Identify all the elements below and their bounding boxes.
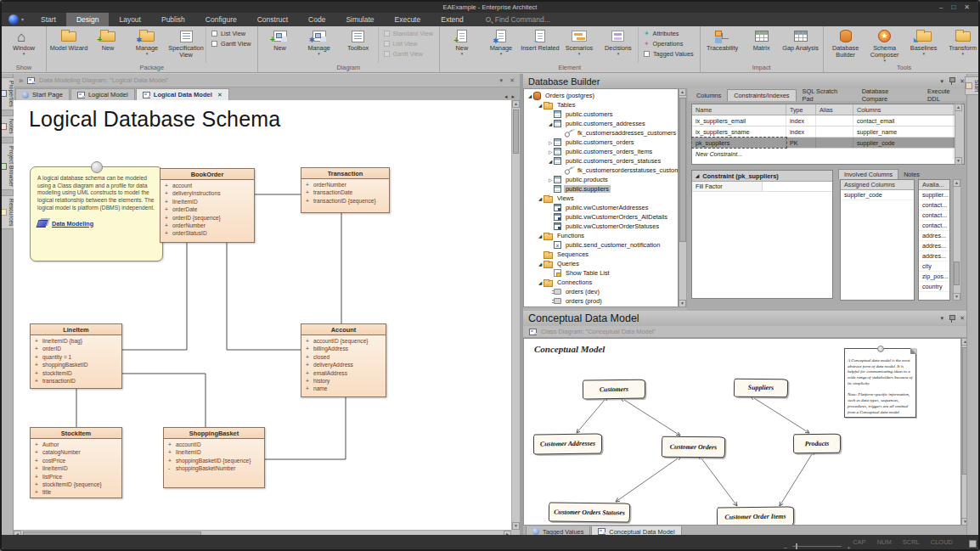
ribbon-button-transform[interactable]: Transform▾	[943, 27, 980, 63]
expanded-icon[interactable]: ◢	[527, 93, 533, 98]
tree-item-queries[interactable]: ◢Queries	[524, 259, 678, 268]
minimize-button[interactable]	[939, 3, 943, 11]
collapsed-icon[interactable]: ▷	[547, 177, 554, 183]
doc-tab-start-page[interactable]: Start Page	[15, 88, 70, 100]
available-item[interactable]: contact...	[919, 200, 949, 211]
collapsed-icon[interactable]: ▷	[547, 149, 554, 155]
panel-menu-arrow-icon[interactable]: ▾	[941, 315, 944, 322]
grid-scrollbar[interactable]	[955, 104, 964, 164]
property-row-fill-factor[interactable]: Fill Factor	[692, 182, 832, 192]
expanded-icon[interactable]: ◢	[537, 261, 544, 267]
ribbon-button-model-wizard[interactable]: Model Wizard	[49, 27, 88, 63]
zoom-out-button[interactable]	[784, 538, 788, 551]
assigned-item[interactable]: supplier_code	[841, 190, 914, 200]
caption-menu-arrow-icon[interactable]: ▾	[500, 77, 504, 84]
ribbon-tab-publish[interactable]: Publish	[151, 13, 195, 26]
collapsed-icon[interactable]: ▷	[547, 140, 554, 145]
class-account[interactable]: Account+accountID {sequence}+billingAddr…	[301, 323, 386, 397]
find-command[interactable]: Find Command...	[486, 13, 550, 26]
constraint-properties-header[interactable]: ◢ Constraint (pk_suppliers)	[692, 171, 832, 182]
ribbon-tab-construct[interactable]: Construct	[247, 13, 298, 26]
class-shoppingbasket[interactable]: ShoppingBasket+accountID+lineItemID+shop…	[163, 427, 265, 488]
entity-customer-order-items[interactable]: Customer Order Items	[717, 506, 794, 526]
grid-header-alias[interactable]: Alias	[816, 104, 853, 115]
ribbon-button-scenarios[interactable]: Scenarios▾	[560, 27, 599, 63]
ribbon-button-new[interactable]: New	[88, 27, 127, 63]
grid-header-name[interactable]: Name	[692, 104, 786, 115]
class-bookorder[interactable]: BookOrder+account+deliveryInstructions+l…	[160, 168, 255, 243]
tree-item-public-send-customer-notification[interactable]: public.send_customer_notification	[524, 240, 678, 250]
grid-row-ix-suppliers-sname[interactable]: ix_suppliers_snameindexsupplier_name	[692, 127, 964, 138]
grid-header-columns[interactable]: Columns	[853, 104, 954, 115]
entity-customers[interactable]: Customers	[583, 380, 645, 400]
ribbon-button-matrix[interactable]: Matrix	[742, 27, 781, 63]
avail-scroll-down-icon[interactable]	[953, 293, 960, 301]
tree-item-public-vwcustomerorderstatuses[interactable]: public.vwCustomerOrderStatuses	[524, 222, 678, 231]
tree-item-orders-dev[interactable]: orders (dev)	[524, 287, 678, 296]
available-item[interactable]: supplier...	[919, 190, 949, 200]
tree-scrollbar[interactable]	[679, 88, 687, 307]
ribbon-check-operations[interactable]: ✦Operations	[644, 40, 694, 48]
tree-scroll-thumb[interactable]	[679, 98, 686, 242]
db-tab-constraints-indexes[interactable]: Constraints/Indexes	[727, 89, 796, 101]
panel-menu-arrow-icon[interactable]: ▾	[941, 78, 944, 85]
available-scrollbar[interactable]	[953, 179, 961, 301]
ribbon-tab-extend[interactable]: Extend	[431, 13, 473, 26]
ribbon-button-toolbox[interactable]: Toolbox	[339, 27, 378, 63]
ribbon-button-insert-related[interactable]: Insert Related	[521, 27, 560, 63]
tree-item-public-vwcustomerorders-alldetails[interactable]: public.vwCustomerOrders_AllDetails	[524, 212, 678, 222]
zoom-slider[interactable]	[792, 546, 842, 547]
tree-item-public-suppliers[interactable]: public.suppliers	[524, 184, 678, 194]
tree-item-tables[interactable]: ◢Tables	[524, 100, 678, 110]
db-tab-columns[interactable]: Columns	[690, 89, 727, 101]
expanded-icon[interactable]: ◢	[547, 121, 554, 127]
class-lineitem[interactable]: LineItem+lineItemID {bag}+orderID+quanti…	[30, 323, 122, 389]
overflow-chevron-icon[interactable]: »	[19, 76, 23, 85]
tree-scroll-down-icon[interactable]	[679, 300, 686, 307]
tab-start-vertical[interactable]: Start	[965, 76, 980, 95]
ribbon-button-traceability[interactable]: Traceability	[703, 27, 742, 63]
expanded-icon[interactable]: ◢	[537, 233, 544, 239]
ribbon-button-gap-analysis[interactable]: Gap Analysis	[781, 27, 820, 63]
tree-item-views[interactable]: ◢Views	[524, 194, 678, 203]
ribbon-tab-start[interactable]: Start	[31, 13, 66, 26]
doc-tab-logical-model[interactable]: Logical Model	[70, 88, 135, 100]
tree-item-functions[interactable]: ◢Functions	[524, 231, 678, 240]
entity-customer-addresses[interactable]: Customer Addresses	[533, 434, 602, 455]
class-stockitem[interactable]: StockItem+Author+catalogNumber+costPrice…	[30, 427, 122, 498]
expanded-icon[interactable]: ◢	[537, 280, 544, 285]
ribbon-button-manage[interactable]: Manage▾	[482, 27, 521, 63]
available-item[interactable]: addres...	[919, 231, 949, 241]
tree-item-public-products[interactable]: ▷public.products	[524, 175, 678, 184]
ribbon-button-baselines[interactable]: Baselines▾	[904, 27, 943, 63]
involved-tab-involved-columns[interactable]: Involved Columns	[838, 169, 898, 179]
grid-row-pk-suppliers[interactable]: pk_suppliersPKsupplier_code	[692, 138, 964, 149]
tree-item-public-vwcustomeraddresses[interactable]: public.vwCustomerAddresses	[524, 203, 678, 212]
ribbon-check-attributes[interactable]: ✦Attributes	[644, 30, 694, 37]
tree-item-public-customers-orders-statuses[interactable]: ◢public.customers_orders_statuses	[524, 156, 678, 166]
ribbon-button-manage[interactable]: Manage▾	[300, 27, 339, 63]
conceptual-panel-header[interactable]: Conceptual Data Model ▾ ✕	[523, 311, 970, 326]
ribbon-button-manage[interactable]: Manage▾	[127, 27, 166, 63]
doc-tab-logical-data-model[interactable]: Logical Data Model✕	[136, 88, 229, 100]
tree-scroll-up-icon[interactable]	[679, 88, 686, 96]
expanded-icon[interactable]: ◢	[537, 103, 544, 108]
tree-item-orders-prod[interactable]: orders (prod)	[524, 296, 678, 306]
resize-grip[interactable]	[969, 540, 977, 548]
available-item[interactable]: zip_pos...	[919, 272, 949, 282]
tree-item-public-customers-addresses[interactable]: ◢public.customers_addresses	[524, 119, 678, 128]
class-transaction[interactable]: Transaction+orderNumber+transactionDate+…	[301, 167, 390, 213]
entity-products[interactable]: Products	[793, 434, 841, 454]
avail-scroll-thumb[interactable]	[954, 261, 960, 285]
data-modeling-link[interactable]: Data Modeling	[52, 220, 93, 228]
grid-header-type[interactable]: Type	[786, 104, 816, 115]
scroll-up-icon[interactable]	[512, 100, 520, 108]
tab-next-icon[interactable]: ▸	[511, 93, 515, 100]
maximize-button[interactable]	[951, 3, 955, 11]
available-item[interactable]: city	[919, 261, 949, 272]
ribbon-check-tagged-values[interactable]: Tagged Values	[644, 50, 694, 58]
tab-close-icon[interactable]: ✕	[217, 92, 222, 98]
ribbon-tab-code[interactable]: Code	[298, 13, 335, 26]
pin-icon[interactable]	[949, 77, 954, 85]
tree-item-show-table-list[interactable]: Show Table List	[524, 268, 678, 278]
